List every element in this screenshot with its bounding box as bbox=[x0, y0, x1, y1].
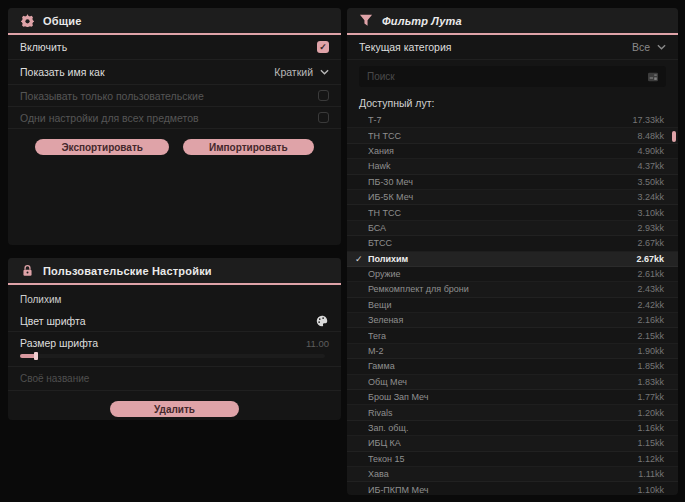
loot-item-value: 1.16kk bbox=[637, 423, 664, 433]
loot-item-value: 2.67kk bbox=[637, 238, 664, 248]
loot-item-name: ТН ТСС bbox=[368, 208, 637, 218]
list-item[interactable]: ИБЦ КА1.15kk bbox=[347, 436, 678, 451]
search-options-icon[interactable] bbox=[646, 70, 660, 84]
list-item[interactable]: ✓Полихим2.67kk bbox=[347, 252, 678, 267]
loot-item-value: 3.10kk bbox=[637, 208, 664, 218]
export-import-row: Экспортировать Импортировать bbox=[8, 139, 341, 155]
list-item[interactable]: БТСС2.67kk bbox=[347, 236, 678, 251]
loot-item-value: 2.42kk bbox=[637, 300, 664, 310]
list-item[interactable]: ИБ-ПКПМ Меч1.10kk bbox=[347, 482, 678, 495]
loot-filter-panel-title: Фильтр Лута bbox=[382, 15, 462, 27]
import-button[interactable]: Импортировать bbox=[183, 139, 314, 155]
loot-item-name: Зеленая bbox=[368, 315, 637, 325]
loot-item-value: 2.43kk bbox=[637, 284, 664, 294]
loot-item-value: 2.15kk bbox=[637, 331, 664, 341]
gear-icon bbox=[20, 14, 34, 28]
category-dropdown[interactable]: Все bbox=[632, 41, 666, 53]
loot-item-value: 1.90kk bbox=[637, 346, 664, 356]
lock-icon bbox=[20, 264, 34, 278]
list-item[interactable]: ПБ-30 Меч3.50kk bbox=[347, 175, 678, 190]
loot-filter-panel: Фильтр Лута Текущая категория Все Доступ… bbox=[347, 8, 678, 495]
delete-button[interactable]: Удалить bbox=[110, 401, 239, 417]
loot-item-value: 3.50kk bbox=[637, 177, 664, 187]
font-size-row: Размер шрифта 11.00 bbox=[8, 332, 341, 367]
list-item[interactable]: Зеленая2.16kk bbox=[347, 313, 678, 328]
loot-item-name: Оружие bbox=[368, 269, 637, 279]
user-settings-panel-title: Пользовательские Настройки bbox=[43, 265, 212, 277]
only-custom-row: Показывать только пользовательские bbox=[8, 85, 341, 107]
list-item[interactable]: ИБ-5К Меч3.24kk bbox=[347, 190, 678, 205]
general-panel: Общие Включить ✓ Показать имя как Кратки… bbox=[8, 8, 341, 245]
list-item[interactable]: Общ Меч1.83kk bbox=[347, 375, 678, 390]
palette-icon[interactable] bbox=[315, 314, 329, 328]
loot-item-name: Вещи bbox=[368, 300, 637, 310]
loot-item-value: 1.20kk bbox=[637, 408, 664, 418]
only-custom-checkbox[interactable] bbox=[318, 90, 329, 101]
loot-item-value: 3.24kk bbox=[637, 192, 664, 202]
funnel-icon bbox=[359, 14, 373, 28]
category-dropdown-value: Все bbox=[632, 41, 650, 53]
list-item[interactable]: М-21.90kk bbox=[347, 344, 678, 359]
loot-item-name: Hawk bbox=[368, 161, 637, 171]
list-item[interactable]: Зап. общ.1.16kk bbox=[347, 421, 678, 436]
selected-item-name: Полихим bbox=[8, 285, 341, 310]
check-icon: ✓ bbox=[355, 254, 368, 264]
loot-item-value: 2.93kk bbox=[637, 223, 664, 233]
list-item[interactable]: Т-717.33kk bbox=[347, 113, 678, 128]
export-button[interactable]: Экспортировать bbox=[35, 139, 169, 155]
loot-item-name: Хания bbox=[368, 146, 637, 156]
list-item[interactable]: Хава1.11kk bbox=[347, 467, 678, 482]
loot-item-name: Общ Меч bbox=[368, 377, 637, 387]
slider-handle[interactable] bbox=[34, 352, 38, 360]
loot-item-value: 1.11kk bbox=[638, 469, 664, 479]
list-item[interactable]: Хания4.90kk bbox=[347, 144, 678, 159]
custom-name-row bbox=[8, 367, 341, 391]
list-item[interactable]: Гамма1.85kk bbox=[347, 359, 678, 374]
search-box bbox=[359, 66, 666, 87]
loot-item-name: ИБЦ КА bbox=[368, 438, 637, 448]
list-item[interactable]: Rivals1.20kk bbox=[347, 405, 678, 420]
user-settings-panel: Пользовательские Настройки Полихим Цвет … bbox=[8, 258, 341, 420]
list-item[interactable]: Тега2.15kk bbox=[347, 328, 678, 343]
loot-item-value: 1.10kk bbox=[637, 485, 664, 495]
list-item[interactable]: Hawk4.37kk bbox=[347, 159, 678, 174]
loot-filter-panel-header: Фильтр Лута bbox=[347, 8, 678, 35]
loot-item-name: БСА bbox=[368, 223, 637, 233]
category-label: Текущая категория bbox=[359, 41, 452, 53]
font-size-label: Размер шрифта bbox=[20, 337, 98, 349]
loot-item-value: 4.37kk bbox=[637, 161, 664, 171]
category-row: Текущая категория Все bbox=[347, 35, 678, 60]
loot-item-name: ТН ТСС bbox=[368, 131, 637, 141]
list-item[interactable]: Ремкомплект для брони2.43kk bbox=[347, 282, 678, 297]
loot-item-value: 1.85kk bbox=[637, 361, 664, 371]
chevron-down-icon bbox=[320, 69, 329, 75]
scrollbar-thumb[interactable] bbox=[672, 131, 676, 142]
search-input[interactable] bbox=[367, 71, 646, 82]
list-item[interactable]: ТН ТСС3.10kk bbox=[347, 205, 678, 220]
list-item[interactable]: Брош Зап Меч1.77kk bbox=[347, 390, 678, 405]
loot-item-name: Тега bbox=[368, 331, 637, 341]
enable-checkbox[interactable]: ✓ bbox=[317, 41, 329, 53]
loot-item-name: ИБ-5К Меч bbox=[368, 192, 637, 202]
list-item[interactable]: БСА2.93kk bbox=[347, 221, 678, 236]
loot-item-name: Ремкомплект для брони bbox=[368, 284, 637, 294]
loot-item-value: 2.67kk bbox=[636, 254, 664, 264]
font-size-slider[interactable] bbox=[20, 354, 325, 358]
loot-item-name: БТСС bbox=[368, 238, 637, 248]
list-item[interactable]: ТН ТСС8.48kk bbox=[347, 128, 678, 143]
list-item[interactable]: Вещи2.42kk bbox=[347, 298, 678, 313]
list-item[interactable]: Текон 151.12kk bbox=[347, 452, 678, 467]
loot-item-name: Гамма bbox=[368, 361, 637, 371]
loot-item-name: Хава bbox=[368, 469, 638, 479]
custom-name-input[interactable] bbox=[20, 373, 329, 384]
list-item[interactable]: Оружие2.61kk bbox=[347, 267, 678, 282]
loot-item-name: Брош Зап Меч bbox=[368, 392, 637, 402]
loot-item-value: 8.48kk bbox=[637, 131, 664, 141]
same-settings-checkbox[interactable] bbox=[318, 112, 329, 123]
show-name-dropdown[interactable]: Краткий bbox=[274, 66, 329, 78]
same-settings-label: Одни настройки для всех предметов bbox=[20, 112, 199, 124]
show-name-label: Показать имя как bbox=[20, 66, 105, 78]
general-panel-title: Общие bbox=[43, 15, 82, 27]
loot-item-name: М-2 bbox=[368, 346, 637, 356]
loot-item-name: Зап. общ. bbox=[368, 423, 637, 433]
